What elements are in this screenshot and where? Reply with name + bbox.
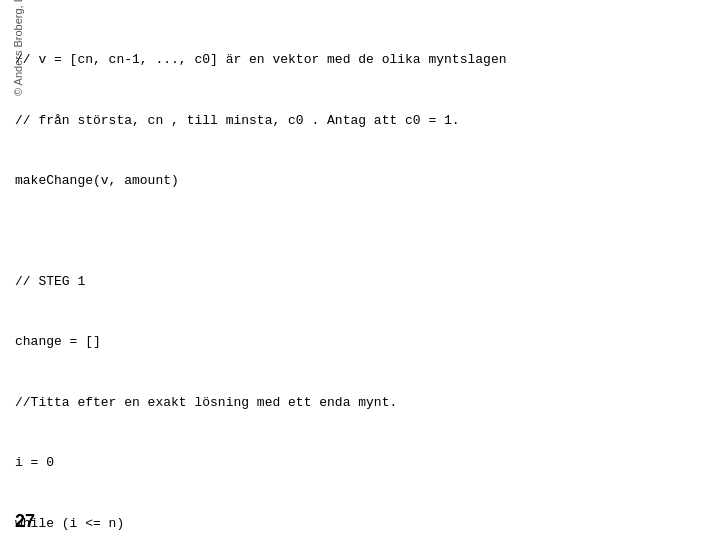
code-line-5: // STEG 1 (15, 272, 670, 292)
code-block: // v = [cn, cn-1, ..., c0] är en vektor … (0, 0, 720, 540)
code-line-6: change = [] (15, 332, 670, 352)
watermark-text: © Anders Broberg, Lena Kallin Westin, 20… (12, 0, 24, 96)
code-line-2: // från största, cn , till minsta, c0 . … (15, 111, 670, 131)
code-line-7: //Titta efter en exakt lösning med ett e… (15, 393, 670, 413)
code-line-1: // v = [cn, cn-1, ..., c0] är en vektor … (15, 50, 670, 70)
code-line-9: while (i <= n) (15, 514, 670, 534)
page-number: 27 (15, 511, 35, 532)
code-line-3: makeChange(v, amount) (15, 171, 670, 191)
code-line-8: i = 0 (15, 453, 670, 473)
